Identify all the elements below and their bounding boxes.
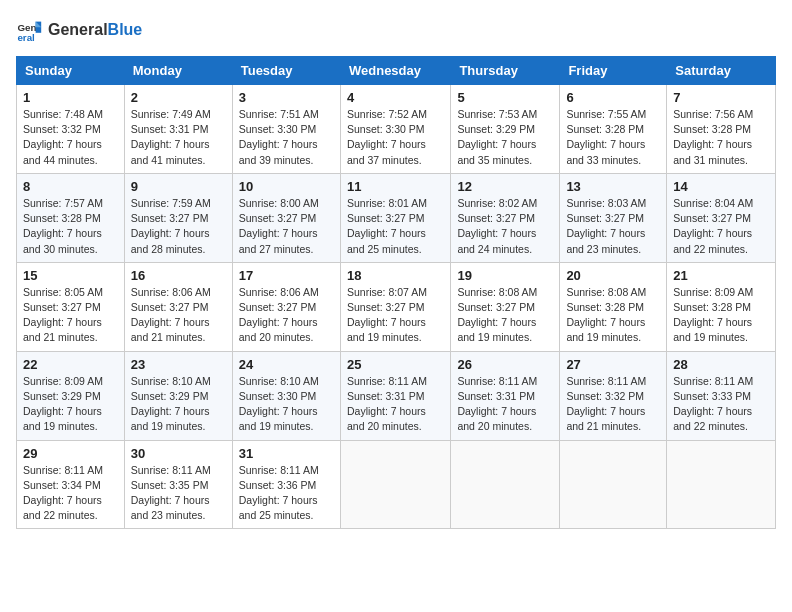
calendar-cell: 11Sunrise: 8:01 AMSunset: 3:27 PMDayligh… xyxy=(340,173,450,262)
calendar-cell: 7Sunrise: 7:56 AMSunset: 3:28 PMDaylight… xyxy=(667,85,776,174)
day-info: Sunrise: 8:11 AMSunset: 3:31 PMDaylight:… xyxy=(347,374,444,435)
col-header-wednesday: Wednesday xyxy=(340,57,450,85)
calendar-cell: 3Sunrise: 7:51 AMSunset: 3:30 PMDaylight… xyxy=(232,85,340,174)
calendar-cell: 30Sunrise: 8:11 AMSunset: 3:35 PMDayligh… xyxy=(124,440,232,529)
logo-text: General xyxy=(48,21,108,38)
calendar-cell: 31Sunrise: 8:11 AMSunset: 3:36 PMDayligh… xyxy=(232,440,340,529)
day-info: Sunrise: 8:11 AMSunset: 3:33 PMDaylight:… xyxy=(673,374,769,435)
calendar-cell: 15Sunrise: 8:05 AMSunset: 3:27 PMDayligh… xyxy=(17,262,125,351)
day-number: 15 xyxy=(23,268,118,283)
day-number: 1 xyxy=(23,90,118,105)
calendar-cell: 20Sunrise: 8:08 AMSunset: 3:28 PMDayligh… xyxy=(560,262,667,351)
day-info: Sunrise: 8:06 AMSunset: 3:27 PMDaylight:… xyxy=(131,285,226,346)
day-number: 10 xyxy=(239,179,334,194)
page-header: Gen eral GeneralBlue xyxy=(16,16,776,44)
day-info: Sunrise: 8:08 AMSunset: 3:27 PMDaylight:… xyxy=(457,285,553,346)
calendar-cell: 25Sunrise: 8:11 AMSunset: 3:31 PMDayligh… xyxy=(340,351,450,440)
day-number: 5 xyxy=(457,90,553,105)
day-info: Sunrise: 8:11 AMSunset: 3:31 PMDaylight:… xyxy=(457,374,553,435)
svg-text:eral: eral xyxy=(17,32,35,43)
calendar-header-row: SundayMondayTuesdayWednesdayThursdayFrid… xyxy=(17,57,776,85)
calendar-cell: 23Sunrise: 8:10 AMSunset: 3:29 PMDayligh… xyxy=(124,351,232,440)
calendar-cell: 5Sunrise: 7:53 AMSunset: 3:29 PMDaylight… xyxy=(451,85,560,174)
day-info: Sunrise: 7:59 AMSunset: 3:27 PMDaylight:… xyxy=(131,196,226,257)
day-number: 30 xyxy=(131,446,226,461)
day-info: Sunrise: 8:04 AMSunset: 3:27 PMDaylight:… xyxy=(673,196,769,257)
calendar-cell xyxy=(560,440,667,529)
day-number: 12 xyxy=(457,179,553,194)
day-number: 3 xyxy=(239,90,334,105)
day-number: 14 xyxy=(673,179,769,194)
day-number: 20 xyxy=(566,268,660,283)
day-number: 11 xyxy=(347,179,444,194)
day-number: 22 xyxy=(23,357,118,372)
calendar-cell: 26Sunrise: 8:11 AMSunset: 3:31 PMDayligh… xyxy=(451,351,560,440)
calendar-cell xyxy=(667,440,776,529)
calendar-cell: 16Sunrise: 8:06 AMSunset: 3:27 PMDayligh… xyxy=(124,262,232,351)
logo: Gen eral GeneralBlue xyxy=(16,16,142,44)
day-number: 16 xyxy=(131,268,226,283)
col-header-friday: Friday xyxy=(560,57,667,85)
calendar-week-row: 29Sunrise: 8:11 AMSunset: 3:34 PMDayligh… xyxy=(17,440,776,529)
calendar-cell: 9Sunrise: 7:59 AMSunset: 3:27 PMDaylight… xyxy=(124,173,232,262)
day-info: Sunrise: 8:07 AMSunset: 3:27 PMDaylight:… xyxy=(347,285,444,346)
day-info: Sunrise: 7:51 AMSunset: 3:30 PMDaylight:… xyxy=(239,107,334,168)
day-number: 25 xyxy=(347,357,444,372)
day-number: 4 xyxy=(347,90,444,105)
logo-icon: Gen eral xyxy=(16,16,44,44)
day-info: Sunrise: 7:52 AMSunset: 3:30 PMDaylight:… xyxy=(347,107,444,168)
day-info: Sunrise: 8:02 AMSunset: 3:27 PMDaylight:… xyxy=(457,196,553,257)
day-info: Sunrise: 7:53 AMSunset: 3:29 PMDaylight:… xyxy=(457,107,553,168)
calendar-cell: 1Sunrise: 7:48 AMSunset: 3:32 PMDaylight… xyxy=(17,85,125,174)
logo-blue: Blue xyxy=(108,21,143,38)
calendar-cell: 19Sunrise: 8:08 AMSunset: 3:27 PMDayligh… xyxy=(451,262,560,351)
calendar-cell: 17Sunrise: 8:06 AMSunset: 3:27 PMDayligh… xyxy=(232,262,340,351)
day-info: Sunrise: 8:10 AMSunset: 3:29 PMDaylight:… xyxy=(131,374,226,435)
calendar-cell: 4Sunrise: 7:52 AMSunset: 3:30 PMDaylight… xyxy=(340,85,450,174)
calendar-week-row: 8Sunrise: 7:57 AMSunset: 3:28 PMDaylight… xyxy=(17,173,776,262)
day-info: Sunrise: 8:09 AMSunset: 3:28 PMDaylight:… xyxy=(673,285,769,346)
day-info: Sunrise: 8:03 AMSunset: 3:27 PMDaylight:… xyxy=(566,196,660,257)
day-number: 31 xyxy=(239,446,334,461)
day-info: Sunrise: 8:06 AMSunset: 3:27 PMDaylight:… xyxy=(239,285,334,346)
day-info: Sunrise: 7:55 AMSunset: 3:28 PMDaylight:… xyxy=(566,107,660,168)
day-number: 7 xyxy=(673,90,769,105)
day-info: Sunrise: 7:49 AMSunset: 3:31 PMDaylight:… xyxy=(131,107,226,168)
day-number: 19 xyxy=(457,268,553,283)
calendar-cell: 21Sunrise: 8:09 AMSunset: 3:28 PMDayligh… xyxy=(667,262,776,351)
day-info: Sunrise: 8:05 AMSunset: 3:27 PMDaylight:… xyxy=(23,285,118,346)
calendar-cell: 6Sunrise: 7:55 AMSunset: 3:28 PMDaylight… xyxy=(560,85,667,174)
calendar-table: SundayMondayTuesdayWednesdayThursdayFrid… xyxy=(16,56,776,529)
calendar-cell: 22Sunrise: 8:09 AMSunset: 3:29 PMDayligh… xyxy=(17,351,125,440)
day-number: 26 xyxy=(457,357,553,372)
calendar-cell: 27Sunrise: 8:11 AMSunset: 3:32 PMDayligh… xyxy=(560,351,667,440)
calendar-cell xyxy=(451,440,560,529)
day-info: Sunrise: 8:08 AMSunset: 3:28 PMDaylight:… xyxy=(566,285,660,346)
calendar-week-row: 15Sunrise: 8:05 AMSunset: 3:27 PMDayligh… xyxy=(17,262,776,351)
day-number: 8 xyxy=(23,179,118,194)
calendar-week-row: 22Sunrise: 8:09 AMSunset: 3:29 PMDayligh… xyxy=(17,351,776,440)
calendar-cell: 12Sunrise: 8:02 AMSunset: 3:27 PMDayligh… xyxy=(451,173,560,262)
day-info: Sunrise: 7:56 AMSunset: 3:28 PMDaylight:… xyxy=(673,107,769,168)
day-info: Sunrise: 8:11 AMSunset: 3:36 PMDaylight:… xyxy=(239,463,334,524)
col-header-tuesday: Tuesday xyxy=(232,57,340,85)
day-info: Sunrise: 8:09 AMSunset: 3:29 PMDaylight:… xyxy=(23,374,118,435)
day-number: 23 xyxy=(131,357,226,372)
calendar-cell: 2Sunrise: 7:49 AMSunset: 3:31 PMDaylight… xyxy=(124,85,232,174)
day-number: 13 xyxy=(566,179,660,194)
day-info: Sunrise: 7:57 AMSunset: 3:28 PMDaylight:… xyxy=(23,196,118,257)
day-info: Sunrise: 8:11 AMSunset: 3:32 PMDaylight:… xyxy=(566,374,660,435)
day-info: Sunrise: 7:48 AMSunset: 3:32 PMDaylight:… xyxy=(23,107,118,168)
col-header-thursday: Thursday xyxy=(451,57,560,85)
calendar-cell: 28Sunrise: 8:11 AMSunset: 3:33 PMDayligh… xyxy=(667,351,776,440)
col-header-sunday: Sunday xyxy=(17,57,125,85)
calendar-week-row: 1Sunrise: 7:48 AMSunset: 3:32 PMDaylight… xyxy=(17,85,776,174)
day-info: Sunrise: 8:10 AMSunset: 3:30 PMDaylight:… xyxy=(239,374,334,435)
calendar-cell: 10Sunrise: 8:00 AMSunset: 3:27 PMDayligh… xyxy=(232,173,340,262)
day-number: 6 xyxy=(566,90,660,105)
calendar-cell: 8Sunrise: 7:57 AMSunset: 3:28 PMDaylight… xyxy=(17,173,125,262)
day-info: Sunrise: 8:11 AMSunset: 3:35 PMDaylight:… xyxy=(131,463,226,524)
day-info: Sunrise: 8:00 AMSunset: 3:27 PMDaylight:… xyxy=(239,196,334,257)
calendar-cell: 24Sunrise: 8:10 AMSunset: 3:30 PMDayligh… xyxy=(232,351,340,440)
calendar-cell: 14Sunrise: 8:04 AMSunset: 3:27 PMDayligh… xyxy=(667,173,776,262)
